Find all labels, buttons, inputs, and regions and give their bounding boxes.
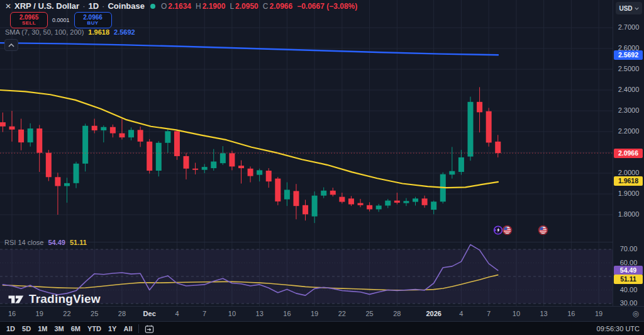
currency-selector[interactable]: USD	[616, 2, 642, 14]
price-badge-red: 2.0966	[614, 149, 643, 158]
time-axis-label: 7	[203, 310, 206, 317]
go-to-date-icon[interactable]	[145, 324, 154, 334]
candle-body	[376, 205, 382, 209]
exchange-label[interactable]: Coinbase	[108, 1, 145, 11]
separator: ·	[82, 1, 85, 11]
high-value: 2.1900	[203, 2, 226, 11]
axis-label: 40.00	[613, 286, 644, 293]
time-axis-label: 7	[487, 310, 491, 317]
go-to-realtime-icon[interactable]: ◎	[633, 309, 639, 318]
candle-body	[275, 179, 280, 202]
range-button-6m[interactable]: 6M	[71, 325, 80, 332]
candle-body	[128, 130, 134, 137]
candle-body	[202, 167, 208, 170]
time-axis-label: 25	[365, 310, 373, 317]
time-axis[interactable]: 1619222528Dec471013161922252820264710131…	[0, 306, 644, 322]
candle-body	[339, 197, 345, 202]
change-value: −0.0667 (−3.08%)	[297, 2, 357, 11]
axis-label: 2.5000	[613, 65, 644, 72]
candle-body	[284, 190, 290, 199]
range-button-3m[interactable]: 3M	[54, 325, 64, 332]
sma-legend-title: SMA (7, 30, 50, 100, 200)	[5, 28, 84, 36]
sma-legend[interactable]: SMA (7, 30, 50, 100, 200) 1.9618 2.5692	[5, 28, 135, 36]
range-button-1m[interactable]: 1M	[38, 325, 47, 332]
candle-body	[495, 142, 501, 153]
candle-body	[110, 127, 116, 133]
chart-area[interactable]: ✕ XRP / U.S. Dollar · 1D · Coinbase O 2.…	[0, 0, 613, 306]
ohlc-readout: O 2.1634 H 2.1900 L 2.0950 C 2.0966 −0.0…	[161, 2, 357, 11]
sell-label: SELL	[22, 21, 36, 26]
axis-label: 60.00	[613, 259, 644, 266]
candle-body	[422, 198, 428, 205]
chart-canvas	[0, 0, 613, 306]
close-label: C	[263, 2, 269, 11]
axis-label: 1.9000	[613, 190, 644, 197]
candle-body	[358, 203, 364, 205]
candle-body	[312, 196, 318, 217]
spread-value: 0.0001	[52, 17, 70, 23]
time-axis-label: 22	[63, 310, 70, 317]
range-button-1d[interactable]: 1D	[6, 325, 15, 332]
axis-label: 2.2000	[613, 127, 644, 135]
candle-body	[468, 102, 474, 157]
candle-body	[403, 201, 409, 203]
sell-button[interactable]: 2.0965 SELL	[10, 12, 48, 28]
rsi-value: 54.49	[48, 239, 65, 246]
clock[interactable]: 09:56:30 UTC	[597, 325, 640, 332]
separator: ·	[102, 1, 104, 11]
candle-body	[257, 170, 262, 174]
sma-fast-value: 1.9618	[88, 28, 109, 36]
range-button-1y[interactable]: 1Y	[108, 325, 116, 332]
open-value: 2.1634	[168, 2, 191, 11]
range-button-ytd[interactable]: YTD	[87, 325, 101, 332]
candle-body	[92, 126, 97, 130]
us-flag-event-icon[interactable]	[538, 225, 548, 236]
toolbar-divider	[138, 324, 139, 333]
candle-body	[46, 153, 52, 178]
rsi-legend[interactable]: RSI 14 close 54.49 51.11	[4, 239, 87, 246]
axis-label: 2.0000	[613, 169, 644, 176]
candle-body	[101, 127, 106, 130]
trade-panel: 2.0965 SELL 0.0001 2.0966 BUY	[10, 12, 112, 28]
time-axis-label: 16	[283, 310, 291, 317]
price-badge-yellow: 1.9618	[614, 176, 643, 186]
price-axis[interactable]: USD 2.70002.60002.50002.40002.30002.2000…	[613, 0, 644, 306]
candle-body	[119, 133, 125, 138]
candle-body	[211, 162, 216, 169]
us-flag-event-icon[interactable]	[502, 225, 513, 236]
candle-body	[28, 128, 33, 142]
candle-body	[348, 198, 354, 204]
buy-label: BUY	[87, 21, 98, 26]
candle-body	[303, 205, 308, 215]
candle-body	[413, 198, 418, 202]
price-badge-blue: 2.5692	[614, 50, 643, 60]
collapse-pane-button[interactable]	[4, 39, 18, 51]
buy-button[interactable]: 2.0966 BUY	[74, 12, 112, 28]
candle-body	[156, 143, 162, 171]
candle-body	[18, 130, 24, 142]
close-value: 2.0966	[269, 2, 292, 11]
sma-slow-line	[0, 43, 498, 55]
axis-label: 2.3000	[613, 106, 644, 114]
low-value: 2.0950	[235, 2, 258, 11]
candle-body	[385, 201, 391, 206]
candle-body	[238, 166, 244, 168]
time-axis-label: 22	[338, 310, 346, 317]
time-axis-label: 10	[228, 310, 236, 317]
candle-body	[330, 191, 336, 195]
range-button-5d[interactable]: 5D	[22, 325, 31, 332]
time-axis-label: 19	[595, 310, 602, 317]
candle-body	[36, 128, 42, 153]
range-button-all[interactable]: All	[123, 325, 132, 332]
time-axis-label: Dec	[143, 310, 156, 317]
candle-body	[147, 142, 152, 171]
candle-body	[248, 169, 253, 176]
rsi-legend-title: RSI 14 close	[4, 239, 43, 246]
candle-body	[477, 102, 482, 113]
time-axis-label: 4	[175, 310, 179, 317]
symbol-title[interactable]: XRP / U.S. Dollar	[14, 1, 79, 11]
time-axis-label: 4	[459, 310, 463, 317]
tradingview-logo[interactable]: TradingView	[8, 292, 101, 306]
interval-label[interactable]: 1D	[88, 1, 99, 11]
close-icon[interactable]: ✕	[5, 2, 11, 11]
